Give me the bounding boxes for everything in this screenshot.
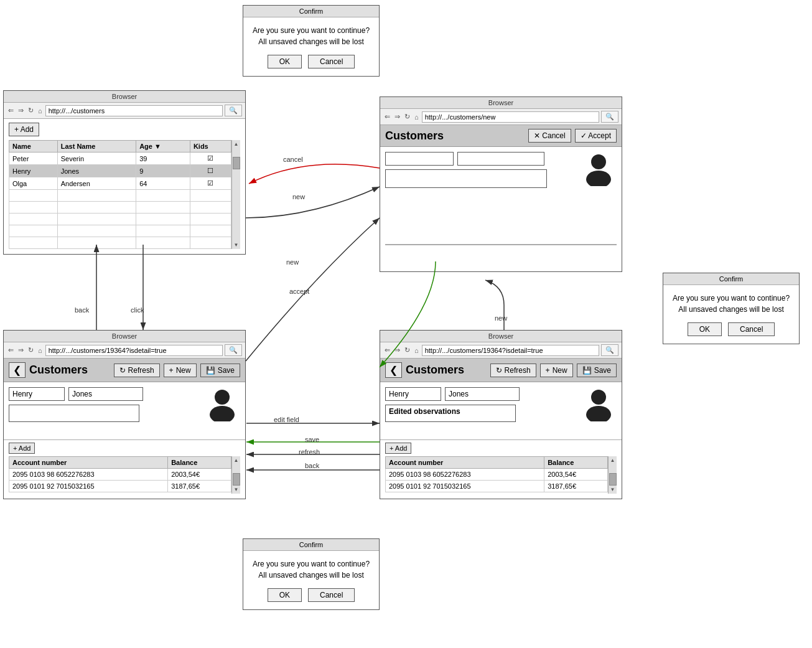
detail-right-refresh-btn[interactable]: ↻ Refresh xyxy=(490,364,536,377)
browser-list-window: Browser ⇐ ⇒ ↻ ⌂ 🔍 + Add Name Last Name A… xyxy=(3,90,246,255)
nav-back-btn3[interactable]: ⇐ xyxy=(7,345,15,355)
table-row-empty xyxy=(9,202,231,214)
nav-home-btn[interactable]: ⌂ xyxy=(37,106,44,115)
list-scrollbar[interactable]: ▲ ▼ xyxy=(231,140,240,249)
detail-left-new-btn[interactable]: + New xyxy=(164,364,197,377)
browser-list-search[interactable]: 🔍 xyxy=(225,105,242,116)
sub-table-row[interactable]: 2095 0103 98 6052276283 2003,54€ xyxy=(9,469,231,481)
browser-new-url[interactable] xyxy=(422,111,599,123)
sub-scroll-thumb[interactable] xyxy=(233,473,240,486)
list-add-button[interactable]: + Add xyxy=(9,123,39,136)
sub-scroll-down[interactable]: ▼ xyxy=(233,486,240,494)
scroll-thumb[interactable] xyxy=(233,157,240,169)
accept-button[interactable]: ✓ Accept xyxy=(575,129,617,143)
detail-right-lastname[interactable] xyxy=(445,387,520,401)
confirm-bottom-buttons: OK Cancel xyxy=(243,588,379,609)
confirm-bottom-ok[interactable]: OK xyxy=(268,588,302,602)
confirm-top-cancel[interactable]: Cancel xyxy=(308,55,355,68)
scroll-down-arrow[interactable]: ▼ xyxy=(233,241,240,249)
col-account2[interactable]: Account number xyxy=(386,457,544,469)
nav-forward-btn3[interactable]: ⇒ xyxy=(17,345,25,355)
sub-table-row[interactable]: 2095 0101 92 7015032165 3187,65€ xyxy=(9,481,231,492)
cell-lastname: Jones xyxy=(57,165,136,177)
browser-detail-left-url[interactable] xyxy=(45,345,223,356)
browser-detail-left-search[interactable]: 🔍 xyxy=(225,344,242,356)
browser-list-url[interactable] xyxy=(45,105,223,116)
detail-right-save-btn[interactable]: 💾 Save xyxy=(577,364,617,377)
nav-back-btn2[interactable]: ⇐ xyxy=(383,112,391,121)
cell-account: 2095 0101 92 7015032165 xyxy=(9,481,168,492)
browser-new-search[interactable]: 🔍 xyxy=(601,111,618,123)
label-click: click xyxy=(131,306,144,314)
detail-left-sub-header: + Add xyxy=(4,440,245,456)
new-observations[interactable] xyxy=(385,169,547,188)
sub-right-scrollbar[interactable]: ▲ ▼ xyxy=(608,456,617,494)
table-row[interactable]: Peter Severin 39 ☑ xyxy=(9,153,231,165)
col-balance[interactable]: Balance xyxy=(168,457,231,469)
detail-right-back-btn[interactable]: ❮ xyxy=(385,362,402,378)
sub-left-scrollbar[interactable]: ▲ ▼ xyxy=(231,456,240,494)
confirm-dialog-top: Confirm Are you sure you want to continu… xyxy=(243,5,380,77)
table-row-empty xyxy=(9,214,231,225)
browser-detail-right-url[interactable] xyxy=(422,345,599,356)
sub-right-scroll-down[interactable]: ▼ xyxy=(609,486,617,494)
sub-table-row2[interactable]: 2095 0101 92 7015032165 3187,65€ xyxy=(386,481,608,492)
detail-left-observations[interactable] xyxy=(9,405,139,422)
sub-scroll-up[interactable]: ▲ xyxy=(233,456,240,464)
table-row[interactable]: Henry Jones 9 ☐ xyxy=(9,165,231,177)
cancel-button[interactable]: ✕ Cancel xyxy=(528,129,571,143)
browser-detail-left-window: Browser ⇐ ⇒ ↻ ⌂ 🔍 ❮ Customers ↻ Refresh … xyxy=(3,330,246,499)
nav-refresh-btn[interactable]: ↻ xyxy=(27,106,35,115)
detail-left-save-btn[interactable]: 💾 Save xyxy=(200,364,240,377)
sub-right-scroll-up[interactable]: ▲ xyxy=(609,456,617,464)
confirm-top-ok[interactable]: OK xyxy=(268,55,302,68)
nav-refresh-btn2[interactable]: ↻ xyxy=(403,112,411,121)
nav-refresh-btn4[interactable]: ↻ xyxy=(403,345,411,355)
detail-left-refresh-btn[interactable]: ↻ Refresh xyxy=(114,364,160,377)
detail-right-add-btn[interactable]: + Add xyxy=(385,443,411,454)
col-balance2[interactable]: Balance xyxy=(544,457,608,469)
svg-point-3 xyxy=(210,406,235,421)
table-row[interactable]: Olga Andersen 64 ☑ xyxy=(9,177,231,190)
col-account[interactable]: Account number xyxy=(9,457,168,469)
nav-back-btn[interactable]: ⇐ xyxy=(7,106,15,115)
detail-right-firstname[interactable] xyxy=(385,387,441,401)
confirm-right-ok[interactable]: OK xyxy=(688,322,722,336)
nav-home-btn3[interactable]: ⌂ xyxy=(37,346,44,355)
detail-left-lastname[interactable] xyxy=(68,387,143,401)
sub-right-scroll-thumb[interactable] xyxy=(609,473,617,486)
col-age[interactable]: Age ▼ xyxy=(136,141,190,153)
label-new2: new xyxy=(286,258,299,266)
nav-forward-btn2[interactable]: ⇒ xyxy=(393,112,401,121)
nav-forward-btn[interactable]: ⇒ xyxy=(17,106,25,115)
detail-left-app-title: Customers xyxy=(29,364,110,377)
sub-table-row2[interactable]: 2095 0103 98 6052276283 2003,54€ xyxy=(386,469,608,481)
new-firstname[interactable] xyxy=(385,152,454,166)
detail-left-firstname[interactable] xyxy=(9,387,65,401)
cell-age: 64 xyxy=(136,177,190,190)
col-name[interactable]: Name xyxy=(9,141,58,153)
detail-left-form xyxy=(4,382,245,437)
detail-left-add-btn[interactable]: + Add xyxy=(9,443,35,454)
detail-right-new-btn[interactable]: + New xyxy=(540,364,573,377)
nav-home-btn2[interactable]: ⌂ xyxy=(413,113,420,121)
detail-right-app-header: ❮ Customers ↻ Refresh + New 💾 Save xyxy=(380,359,622,382)
detail-right-observations[interactable]: Edited observations xyxy=(385,405,516,422)
scroll-up-arrow[interactable]: ▲ xyxy=(233,140,240,148)
nav-home-btn4[interactable]: ⌂ xyxy=(413,346,420,355)
nav-forward-btn4[interactable]: ⇒ xyxy=(393,345,401,355)
list-table-scroll: Name Last Name Age ▼ Kids Peter Severin … xyxy=(9,140,231,249)
col-lastname[interactable]: Last Name xyxy=(57,141,136,153)
new-lastname[interactable] xyxy=(457,152,544,166)
detail-left-back-btn[interactable]: ❮ xyxy=(9,362,26,378)
confirm-right-cancel[interactable]: Cancel xyxy=(728,322,775,336)
detail-right-form: Edited observations xyxy=(380,382,622,437)
nav-refresh-btn3[interactable]: ↻ xyxy=(27,345,35,355)
detail-left-row1 xyxy=(9,387,240,401)
browser-list-toolbar: ⇐ ⇒ ↻ ⌂ 🔍 xyxy=(4,103,245,119)
col-kids[interactable]: Kids xyxy=(190,141,231,153)
svg-point-1 xyxy=(586,171,611,186)
browser-detail-right-search[interactable]: 🔍 xyxy=(601,344,618,356)
nav-back-btn4[interactable]: ⇐ xyxy=(383,345,391,355)
confirm-bottom-cancel[interactable]: Cancel xyxy=(308,588,355,602)
